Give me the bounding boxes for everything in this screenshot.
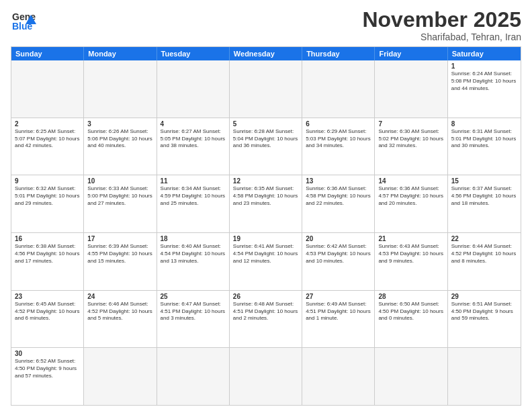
calendar-cell [157,348,230,405]
calendar-cell: 21Sunrise: 6:43 AM Sunset: 4:53 PM Dayli… [375,233,447,290]
day-number: 15 [451,177,517,185]
calendar-cell: 27Sunrise: 6:49 AM Sunset: 4:51 PM Dayli… [302,291,375,348]
calendar-cell [84,348,157,405]
calendar-cell [230,60,302,118]
day-number: 2 [15,120,80,128]
day-number: 3 [87,120,152,128]
day-info: Sunrise: 6:27 AM Sunset: 5:05 PM Dayligh… [161,128,226,150]
day-info: Sunrise: 6:36 AM Sunset: 4:57 PM Dayligh… [378,185,443,207]
calendar-cell [230,348,302,405]
calendar: SundayMondayTuesdayWednesdayThursdayFrid… [11,46,521,406]
day-number: 26 [233,293,298,300]
day-number: 14 [378,177,443,185]
day-info: Sunrise: 6:28 AM Sunset: 5:04 PM Dayligh… [233,128,298,150]
day-info: Sunrise: 6:36 AM Sunset: 4:58 PM Dayligh… [306,185,371,207]
calendar-cell: 30Sunrise: 6:52 AM Sunset: 4:50 PM Dayli… [11,348,84,405]
calendar-cell: 11Sunrise: 6:34 AM Sunset: 4:59 PM Dayli… [157,175,230,232]
day-info: Sunrise: 6:41 AM Sunset: 4:54 PM Dayligh… [233,243,298,265]
day-number: 1 [451,62,517,70]
calendar-cell: 4Sunrise: 6:27 AM Sunset: 5:05 PM Daylig… [157,118,230,175]
calendar-cell: 5Sunrise: 6:28 AM Sunset: 5:04 PM Daylig… [230,118,302,175]
day-number: 12 [233,177,298,185]
day-info: Sunrise: 6:46 AM Sunset: 4:52 PM Dayligh… [87,301,152,322]
calendar-cell [302,60,375,118]
day-info: Sunrise: 6:40 AM Sunset: 4:54 PM Dayligh… [161,243,226,265]
calendar-cell: 12Sunrise: 6:35 AM Sunset: 4:58 PM Dayli… [230,175,302,232]
day-info: Sunrise: 6:25 AM Sunset: 5:07 PM Dayligh… [15,128,80,150]
month-title: November 2025 [362,8,521,32]
day-info: Sunrise: 6:35 AM Sunset: 4:58 PM Dayligh… [233,185,298,207]
calendar-cell: 19Sunrise: 6:41 AM Sunset: 4:54 PM Dayli… [230,233,302,290]
weekday-header: Saturday [448,47,521,60]
calendar-cell: 14Sunrise: 6:36 AM Sunset: 4:57 PM Dayli… [375,175,447,232]
logo: General Blue [11,8,36,34]
day-number: 27 [306,293,371,300]
day-number: 7 [378,120,443,128]
day-number: 20 [306,235,371,242]
day-number: 17 [87,235,152,242]
calendar-cell: 2Sunrise: 6:25 AM Sunset: 5:07 PM Daylig… [11,118,84,175]
calendar-row: 9Sunrise: 6:32 AM Sunset: 5:01 PM Daylig… [11,175,521,232]
calendar-row: 16Sunrise: 6:38 AM Sunset: 4:56 PM Dayli… [11,232,521,290]
day-info: Sunrise: 6:45 AM Sunset: 4:52 PM Dayligh… [15,301,80,322]
day-number: 22 [451,235,517,242]
day-number: 8 [451,120,517,128]
calendar-cell: 28Sunrise: 6:50 AM Sunset: 4:50 PM Dayli… [375,291,447,348]
calendar-cell: 17Sunrise: 6:39 AM Sunset: 4:55 PM Dayli… [84,233,157,290]
calendar-cell: 13Sunrise: 6:36 AM Sunset: 4:58 PM Dayli… [302,175,375,232]
calendar-cell: 25Sunrise: 6:47 AM Sunset: 4:51 PM Dayli… [157,291,230,348]
calendar-cell: 26Sunrise: 6:48 AM Sunset: 4:51 PM Dayli… [230,291,302,348]
day-number: 29 [451,293,517,300]
logo-icon: General Blue [11,8,36,34]
weekday-header: Thursday [302,47,375,60]
calendar-cell: 22Sunrise: 6:44 AM Sunset: 4:52 PM Dayli… [448,233,521,290]
calendar-body: 1Sunrise: 6:24 AM Sunset: 5:08 PM Daylig… [11,60,521,405]
calendar-cell [84,60,157,118]
calendar-cell: 16Sunrise: 6:38 AM Sunset: 4:56 PM Dayli… [11,233,84,290]
day-number: 21 [378,235,443,242]
calendar-cell: 9Sunrise: 6:32 AM Sunset: 5:01 PM Daylig… [11,175,84,232]
calendar-cell [375,348,447,405]
day-number: 24 [87,293,152,300]
day-number: 30 [15,350,80,357]
weekday-header: Tuesday [157,47,230,60]
day-number: 19 [233,235,298,242]
day-number: 18 [161,235,226,242]
day-number: 23 [15,293,80,300]
calendar-row: 2Sunrise: 6:25 AM Sunset: 5:07 PM Daylig… [11,118,521,175]
calendar-cell: 18Sunrise: 6:40 AM Sunset: 4:54 PM Dayli… [157,233,230,290]
calendar-cell [302,348,375,405]
day-number: 6 [306,120,371,128]
weekday-header: Friday [375,47,447,60]
day-info: Sunrise: 6:51 AM Sunset: 4:50 PM Dayligh… [451,301,517,322]
day-info: Sunrise: 6:37 AM Sunset: 4:56 PM Dayligh… [451,185,517,207]
calendar-cell: 3Sunrise: 6:26 AM Sunset: 5:06 PM Daylig… [84,118,157,175]
weekday-header: Monday [84,47,157,60]
calendar-cell: 7Sunrise: 6:30 AM Sunset: 5:02 PM Daylig… [375,118,447,175]
day-number: 25 [161,293,226,300]
calendar-cell: 15Sunrise: 6:37 AM Sunset: 4:56 PM Dayli… [448,175,521,232]
header: General Blue November 2025 Sharifabad, T… [11,8,521,42]
calendar-cell: 24Sunrise: 6:46 AM Sunset: 4:52 PM Dayli… [84,291,157,348]
calendar-cell: 20Sunrise: 6:42 AM Sunset: 4:53 PM Dayli… [302,233,375,290]
calendar-header: SundayMondayTuesdayWednesdayThursdayFrid… [11,47,521,60]
day-info: Sunrise: 6:49 AM Sunset: 4:51 PM Dayligh… [306,301,371,322]
day-number: 16 [15,235,80,242]
calendar-cell [448,348,521,405]
day-info: Sunrise: 6:24 AM Sunset: 5:08 PM Dayligh… [451,71,517,92]
day-number: 10 [87,177,152,185]
calendar-cell [157,60,230,118]
calendar-cell: 29Sunrise: 6:51 AM Sunset: 4:50 PM Dayli… [448,291,521,348]
calendar-cell [375,60,447,118]
day-number: 5 [233,120,298,128]
weekday-header: Wednesday [230,47,302,60]
calendar-row: 23Sunrise: 6:45 AM Sunset: 4:52 PM Dayli… [11,290,521,348]
calendar-cell: 23Sunrise: 6:45 AM Sunset: 4:52 PM Dayli… [11,291,84,348]
day-info: Sunrise: 6:33 AM Sunset: 5:00 PM Dayligh… [87,185,152,207]
day-info: Sunrise: 6:26 AM Sunset: 5:06 PM Dayligh… [87,128,152,150]
day-info: Sunrise: 6:30 AM Sunset: 5:02 PM Dayligh… [378,128,443,150]
calendar-cell: 10Sunrise: 6:33 AM Sunset: 5:00 PM Dayli… [84,175,157,232]
day-info: Sunrise: 6:39 AM Sunset: 4:55 PM Dayligh… [87,243,152,265]
day-number: 11 [161,177,226,185]
calendar-cell: 8Sunrise: 6:31 AM Sunset: 5:01 PM Daylig… [448,118,521,175]
